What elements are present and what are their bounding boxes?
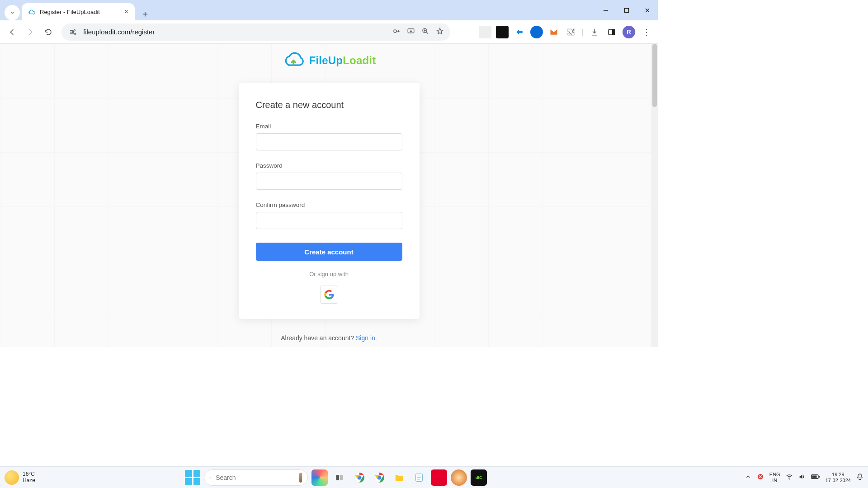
- url-input[interactable]: [83, 28, 383, 36]
- divider-text: Or sign up with: [309, 271, 349, 277]
- password-input[interactable]: [256, 173, 402, 190]
- extension-icon-4[interactable]: [530, 26, 543, 38]
- window-close-button[interactable]: [637, 0, 658, 20]
- signin-link[interactable]: Sign in.: [356, 334, 377, 342]
- logo-text: FileUpLoadit: [309, 54, 376, 67]
- tune-icon: [69, 28, 77, 36]
- extension-icon-2[interactable]: [496, 26, 509, 38]
- install-app-icon[interactable]: [407, 27, 415, 37]
- extensions-puzzle-icon[interactable]: [565, 26, 577, 38]
- password-label: Password: [256, 162, 402, 169]
- nav-back-button[interactable]: [5, 24, 20, 40]
- extension-icon-3[interactable]: [513, 26, 526, 38]
- google-signup-button[interactable]: [320, 286, 338, 304]
- svg-point-5: [394, 30, 396, 33]
- arrow-left-icon: [8, 28, 16, 36]
- nav-forward-button: [23, 24, 38, 40]
- confirm-password-input[interactable]: [256, 212, 402, 229]
- profile-avatar[interactable]: R: [623, 26, 635, 38]
- create-account-button[interactable]: Create account: [256, 243, 402, 261]
- svg-point-3: [72, 31, 74, 33]
- site-logo: FileUpLoadit: [282, 52, 376, 69]
- reload-icon: [44, 28, 52, 36]
- extension-icon-1[interactable]: [479, 26, 491, 38]
- email-input[interactable]: [256, 133, 402, 150]
- card-heading: Create a new account: [256, 100, 402, 110]
- window-maximize-button[interactable]: [616, 0, 637, 20]
- svg-rect-1: [625, 8, 629, 12]
- bookmark-star-icon[interactable]: [436, 27, 444, 37]
- tab-close-button[interactable]: ×: [124, 8, 128, 16]
- tab-search-button[interactable]: [5, 5, 20, 20]
- window-minimize-button[interactable]: [595, 0, 616, 20]
- tab-title: Register - FileUpLoadit: [40, 9, 120, 15]
- google-icon: [324, 290, 334, 300]
- svg-point-2: [74, 29, 75, 31]
- svg-rect-9: [612, 29, 615, 35]
- browser-tab[interactable]: Register - FileUpLoadit ×: [22, 3, 135, 20]
- downloads-icon[interactable]: [588, 26, 601, 38]
- side-panel-icon[interactable]: [605, 26, 618, 38]
- register-card: Create a new account Email Password Conf…: [239, 83, 420, 319]
- signin-prompt: Already have an account? Sign in.: [281, 334, 377, 342]
- confirm-password-label: Confirm password: [256, 202, 402, 208]
- social-divider: Or sign up with: [256, 271, 402, 277]
- chrome-menu-button[interactable]: ⋮: [640, 27, 653, 37]
- email-label: Email: [256, 123, 402, 130]
- extension-icon-5[interactable]: [547, 26, 560, 38]
- password-key-icon[interactable]: [392, 27, 401, 37]
- nav-reload-button[interactable]: [41, 24, 56, 40]
- zoom-icon[interactable]: [421, 27, 429, 37]
- signin-prompt-text: Already have an account?: [281, 334, 356, 342]
- svg-point-4: [75, 33, 76, 34]
- site-info-button[interactable]: [68, 27, 78, 37]
- arrow-right-icon: [26, 28, 34, 36]
- new-tab-button[interactable]: ＋: [138, 7, 152, 20]
- cloud-upload-icon: [282, 52, 307, 69]
- tab-favicon-icon: [28, 8, 35, 15]
- address-bar[interactable]: [61, 23, 450, 41]
- chevron-down-icon: [9, 9, 15, 16]
